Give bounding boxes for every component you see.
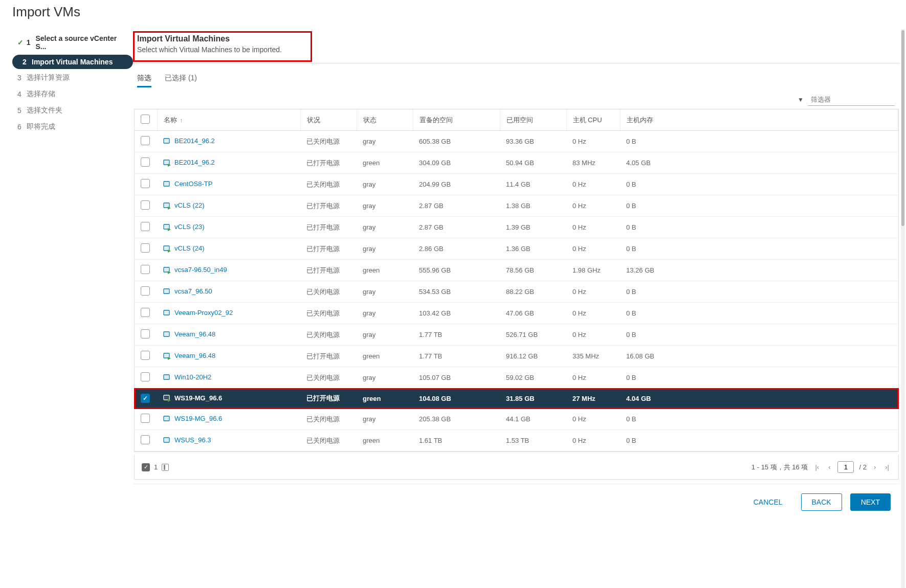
cell-provisioned: 605.38 GB — [413, 131, 500, 152]
col-header-cpu[interactable]: 主机 CPU — [566, 109, 620, 131]
next-button[interactable]: NEXT — [850, 493, 891, 511]
row-checkbox[interactable] — [141, 372, 150, 381]
table-row[interactable]: CentOS8-TP已关闭电源gray204.99 GB11.4 GB0 Hz0… — [135, 174, 898, 195]
cell-power: 已关闭电源 — [300, 367, 357, 389]
row-checkbox[interactable] — [141, 157, 150, 167]
scrollbar[interactable] — [901, 29, 905, 588]
svg-rect-3 — [165, 161, 168, 164]
cell-cpu: 0 Hz — [566, 238, 620, 260]
vm-name-link[interactable]: WSUS_96.3 — [174, 436, 211, 444]
table-row[interactable]: ✓WS19-MG_96.6已打开电源green104.08 GB31.85 GB… — [135, 389, 898, 409]
row-checkbox[interactable] — [141, 222, 150, 231]
wizard-step-1[interactable]: ✓1 Select a source vCenter S... — [12, 31, 133, 54]
table-row[interactable]: Veeam_96.48已关闭电源gray1.77 TB526.71 GB0 Hz… — [135, 324, 898, 346]
pager-page-input[interactable] — [837, 461, 854, 473]
vm-name-link[interactable]: Veeam_96.48 — [174, 330, 215, 338]
vm-name-link[interactable]: vcsa7-96.50_in49 — [174, 266, 227, 274]
table-row[interactable]: vcsa7_96.50已关闭电源gray534.53 GB88.22 GB0 H… — [135, 281, 898, 303]
table-row[interactable]: BE2014_96.2已关闭电源gray605.38 GB93.36 GB0 H… — [135, 131, 898, 152]
vm-name-link[interactable]: Veeam-Proxy02_92 — [174, 309, 233, 316]
wizard-step-4[interactable]: 4 选择存储 — [12, 86, 133, 102]
vm-icon — [163, 394, 171, 402]
vm-icon — [163, 223, 171, 232]
cell-provisioned: 555.96 GB — [413, 260, 500, 281]
cell-mem: 0 B — [620, 281, 898, 303]
pager-next-icon[interactable]: › — [872, 462, 878, 472]
svg-rect-27 — [165, 417, 168, 420]
table-row[interactable]: vCLS (24)已打开电源gray2.86 GB1.36 GB0 Hz0 B — [135, 238, 898, 260]
table-row[interactable]: vcsa7-96.50_in49已打开电源green555.96 GB78.56… — [135, 260, 898, 281]
col-header-provisioned[interactable]: 置备的空间 — [413, 109, 500, 131]
vm-name-link[interactable]: vcsa7_96.50 — [174, 287, 212, 295]
row-checkbox[interactable]: ✓ — [141, 394, 150, 403]
back-button[interactable]: BACK — [801, 493, 842, 511]
cell-mem: 0 B — [620, 324, 898, 346]
svg-rect-5 — [165, 183, 168, 185]
cell-used: 11.4 GB — [500, 174, 566, 195]
vm-name-link[interactable]: Veeam_96.48 — [174, 352, 215, 359]
table-row[interactable]: BE2014_96.2已打开电源green304.09 GB50.94 GB83… — [135, 152, 898, 174]
vm-name-link[interactable]: WS19-MG_96.6 — [174, 394, 222, 402]
col-header-used[interactable]: 已用空间 — [500, 109, 566, 131]
pager-prev-icon[interactable]: ‹ — [826, 462, 832, 472]
col-header-name[interactable]: 名称↑ — [157, 109, 300, 131]
row-checkbox[interactable] — [141, 136, 150, 145]
cell-provisioned: 205.38 GB — [413, 409, 500, 430]
vm-name-link[interactable]: WS19-MG_96.6 — [174, 415, 222, 422]
filter-icon[interactable]: ▼ — [798, 96, 804, 103]
pager-summary: 1 - 15 项，共 16 项 — [752, 463, 808, 472]
cell-status: gray — [357, 238, 413, 260]
pager-last-icon[interactable]: ›| — [883, 462, 891, 472]
row-checkbox[interactable] — [141, 243, 150, 253]
table-row[interactable]: WS19-MG_96.6已关闭电源gray205.38 GB44.1 GB0 H… — [135, 409, 898, 430]
section-title: Import Virtual Machines — [137, 34, 900, 43]
col-header-mem[interactable]: 主机内存 — [620, 109, 898, 131]
table-row[interactable]: Veeam_96.48已打开电源green1.77 TB916.12 GB335… — [135, 346, 898, 367]
vm-name-link[interactable]: vCLS (22) — [174, 201, 205, 209]
row-checkbox[interactable] — [141, 308, 150, 317]
table-row[interactable]: Veeam-Proxy02_92已关闭电源gray103.42 GB47.06 … — [135, 303, 898, 324]
cell-provisioned: 2.87 GB — [413, 195, 500, 217]
wizard-step-6[interactable]: 6 即将完成 — [12, 119, 133, 134]
filter-input[interactable] — [808, 94, 895, 106]
vm-name-link[interactable]: BE2014_96.2 — [174, 137, 215, 145]
row-checkbox[interactable] — [141, 179, 150, 188]
svg-rect-23 — [165, 376, 168, 378]
table-row[interactable]: Win10-20H2已关闭电源gray105.07 GB59.02 GB0 Hz… — [135, 367, 898, 389]
row-checkbox[interactable] — [141, 286, 150, 296]
col-header-power[interactable]: 状况 — [300, 109, 357, 131]
cell-used: 1.36 GB — [500, 238, 566, 260]
step-label: 即将完成 — [27, 122, 55, 131]
pager-first-icon[interactable]: |‹ — [813, 462, 821, 472]
svg-rect-7 — [165, 204, 168, 207]
table-row[interactable]: WSUS_96.3已关闭电源green1.61 TB1.53 TB0 Hz0 B — [135, 430, 898, 451]
tab-filter[interactable]: 筛选 — [137, 71, 151, 87]
table-row[interactable]: vCLS (23)已打开电源gray2.87 GB1.39 GB0 Hz0 B — [135, 217, 898, 238]
row-checkbox[interactable] — [141, 414, 150, 423]
wizard-step-5[interactable]: 5 选择文件夹 — [12, 103, 133, 118]
cell-status: gray — [357, 367, 413, 389]
row-checkbox[interactable] — [141, 200, 150, 210]
column-toggle-icon[interactable] — [162, 464, 169, 471]
cell-power: 已打开电源 — [300, 238, 357, 260]
col-header-status[interactable]: 状态 — [357, 109, 413, 131]
select-all-checkbox[interactable] — [141, 115, 150, 124]
tab-selected[interactable]: 已选择 (1) — [165, 71, 197, 87]
row-checkbox[interactable] — [141, 351, 150, 360]
cell-used: 31.85 GB — [500, 389, 566, 409]
row-checkbox[interactable] — [141, 329, 150, 338]
cell-provisioned: 104.08 GB — [413, 389, 500, 409]
cell-mem: 0 B — [620, 238, 898, 260]
vm-name-link[interactable]: CentOS8-TP — [174, 180, 212, 188]
table-row[interactable]: vCLS (22)已打开电源gray2.87 GB1.38 GB0 Hz0 B — [135, 195, 898, 217]
wizard-step-3[interactable]: 3 选择计算资源 — [12, 70, 133, 85]
cancel-button[interactable]: CANCEL — [743, 494, 793, 510]
row-checkbox[interactable] — [141, 435, 150, 444]
vm-name-link[interactable]: Win10-20H2 — [174, 373, 211, 381]
row-checkbox[interactable] — [141, 265, 150, 274]
svg-rect-1 — [165, 140, 168, 142]
vm-name-link[interactable]: vCLS (24) — [174, 244, 205, 252]
vm-name-link[interactable]: BE2014_96.2 — [174, 159, 215, 166]
vm-icon — [163, 138, 171, 146]
vm-name-link[interactable]: vCLS (23) — [174, 223, 205, 231]
